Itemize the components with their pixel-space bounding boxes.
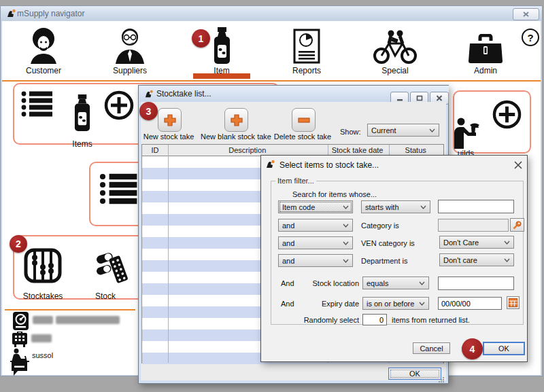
conjunction-value: and <box>282 221 294 230</box>
redacted-store-text <box>56 316 120 324</box>
cancel-label: Cancel <box>420 344 443 353</box>
cancel-button[interactable]: Cancel <box>413 342 450 354</box>
ven-category-value: Don't Care <box>443 238 479 247</box>
show-label: Show: <box>340 128 361 136</box>
close-icon <box>436 95 443 101</box>
annotation-badge-4: 4 <box>462 338 483 359</box>
ven-conjunction-dropdown[interactable]: and <box>278 236 353 249</box>
items-from-returned-list-label: items from returned list. <box>392 316 470 324</box>
annotation-badge-3: 3 <box>139 102 158 120</box>
nav-reports[interactable]: Reports <box>266 25 347 75</box>
select-ok-label: OK <box>498 344 509 353</box>
items-box-label: Items <box>62 139 103 149</box>
new-stock-take-button[interactable] <box>158 108 182 132</box>
main-close-button[interactable] <box>513 8 539 20</box>
nav-admin-label: Admin <box>474 66 497 75</box>
main-window-title: mSupply navigator <box>17 9 84 18</box>
item-list-icon[interactable] <box>21 90 54 118</box>
main-titlebar[interactable]: mSupply navigator <box>1 6 542 21</box>
department-dropdown[interactable]: Don't care <box>439 253 514 266</box>
logged-in-user: sussol <box>32 351 53 359</box>
reports-icon <box>293 29 320 64</box>
resize-grip[interactable] <box>438 376 445 383</box>
stock-location-label: Stock location <box>310 279 359 287</box>
add-item-icon[interactable] <box>104 90 134 120</box>
select-dialog-title: Select items to stock take... <box>279 160 379 170</box>
department-conjunction-dropdown[interactable]: and <box>278 254 353 267</box>
column-header[interactable]: Description <box>168 145 327 156</box>
column-header[interactable]: Stock take date <box>327 145 388 156</box>
stock-pills-icon[interactable] <box>95 252 128 285</box>
list-icon[interactable] <box>99 173 139 205</box>
search-value-input[interactable] <box>438 200 514 213</box>
close-icon[interactable] <box>514 161 522 169</box>
ven-category-is-label: VEN category is <box>361 239 415 247</box>
redacted-site-text <box>31 334 52 342</box>
nav-special[interactable]: Special <box>354 25 436 75</box>
minimize-icon <box>396 95 403 101</box>
pill-bottle-icon <box>213 27 231 64</box>
show-dropdown[interactable]: Current <box>367 124 439 137</box>
column-header[interactable]: Status <box>388 145 443 156</box>
nav-customer[interactable]: Customer <box>3 25 84 75</box>
search-operator-value: starts with <box>365 203 399 211</box>
stock-location-operator-value: equals <box>367 279 388 287</box>
select-items-dialog: Select items to stock take... Item filte… <box>260 155 528 362</box>
stock-location-input[interactable] <box>438 277 514 290</box>
items-bottle-icon[interactable] <box>73 94 91 132</box>
category-input[interactable] <box>438 219 509 232</box>
category-search-button[interactable] <box>510 218 524 232</box>
item-filter-label: Item filter... <box>275 177 316 185</box>
add-build-icon[interactable] <box>492 100 522 129</box>
delete-stock-take-label: Delete stock take <box>269 132 337 141</box>
ven-category-dropdown[interactable]: Don't Care <box>439 236 514 249</box>
conjunction-value: and <box>282 239 294 247</box>
calendar-button[interactable] <box>507 296 520 309</box>
conjunction-value: and <box>282 257 294 265</box>
nav-suppliers[interactable]: Suppliers <box>89 25 171 75</box>
stocktake-ok-button[interactable]: OK <box>388 368 441 380</box>
annotation-badge-2: 2 <box>10 235 27 253</box>
builds-box[interactable]: uilds <box>453 90 531 154</box>
nav-customer-label: Customer <box>26 66 61 75</box>
minus-icon <box>297 113 311 127</box>
column-header[interactable]: ID <box>142 145 168 156</box>
and-label: And <box>281 300 294 308</box>
nav-admin[interactable]: Admin <box>445 25 526 75</box>
new-blank-stock-take-button[interactable] <box>224 108 248 132</box>
expiry-operator-dropdown[interactable]: is on or before <box>362 297 429 310</box>
randomly-select-input[interactable] <box>362 314 387 325</box>
restore-icon <box>416 95 423 101</box>
toolbar-underline <box>2 80 541 82</box>
stocktakes-label: Stocktakes <box>22 291 63 301</box>
status-divider <box>5 309 135 310</box>
search-for-items-label: Search for items whose... <box>292 190 377 198</box>
msupply-logo-icon <box>265 159 275 169</box>
chevron-down-icon <box>429 128 435 132</box>
hard-drive-icon <box>13 312 29 330</box>
delete-stock-take-button[interactable] <box>292 108 316 132</box>
category-is-label: Category is <box>361 221 399 230</box>
item-active-indicator <box>193 73 250 79</box>
help-glyph: ? <box>527 32 533 43</box>
select-ok-button[interactable]: OK <box>483 342 525 355</box>
chevron-down-icon <box>343 241 349 245</box>
annotation-badge-1: 1 <box>192 29 210 48</box>
help-icon[interactable]: ? <box>522 29 539 46</box>
toolbox-icon <box>467 34 504 64</box>
category-conjunction-dropdown[interactable]: and <box>278 219 353 232</box>
building-icon <box>12 332 27 347</box>
randomly-select-label: Randomly select <box>293 316 359 324</box>
expiry-date-input[interactable] <box>438 297 502 310</box>
search-operator-dropdown[interactable]: starts with <box>361 200 430 213</box>
builds-person-icon[interactable] <box>453 118 480 149</box>
chevron-down-icon <box>343 224 349 228</box>
department-value: Don't care <box>443 256 477 264</box>
stocktakes-abacus-icon[interactable] <box>24 248 62 283</box>
stock-label: Stock <box>89 291 122 301</box>
stock-location-operator-dropdown[interactable]: equals <box>362 277 429 289</box>
search-field-dropdown[interactable]: Item code <box>278 200 353 213</box>
expiry-operator-value: is on or before <box>367 300 414 308</box>
department-is-label: Department is <box>361 257 407 265</box>
screen: mSupply navigator Customer Suppliers <box>0 0 544 392</box>
